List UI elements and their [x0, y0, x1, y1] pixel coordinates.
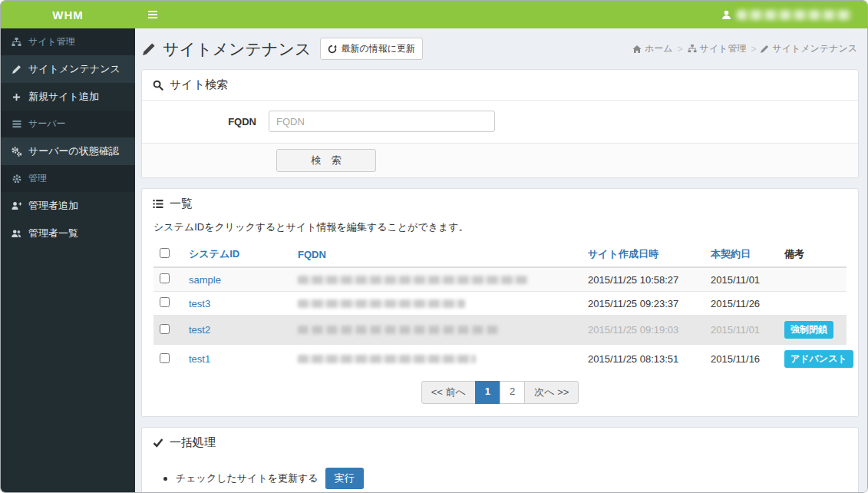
pagination-next[interactable]: 次へ >> — [524, 381, 579, 404]
fqdn-cell — [292, 267, 582, 292]
breadcrumb-label: ホーム — [645, 42, 673, 55]
pagination: << 前へ 1 2 次へ >> — [142, 381, 858, 404]
sidebar-item-server-status[interactable]: サーバーの状態確認 — [1, 137, 135, 165]
site-search-title: サイト検索 — [170, 78, 228, 92]
fqdn-input[interactable] — [269, 111, 495, 132]
sidebar-section-admin: 管理 — [1, 165, 135, 192]
home-icon — [632, 45, 642, 54]
site-list-panel: 一覧 システムIDをクリックするとサイト情報を編集することができます。 システム… — [141, 188, 859, 417]
fqdn-redacted — [298, 355, 476, 363]
table-row: sample 2015/11/25 10:58:27 2015/11/01 — [153, 267, 847, 292]
sidebar-item-label: 管理者一覧 — [28, 227, 78, 240]
column-contract-date[interactable]: 本契約日 — [705, 242, 778, 267]
batch-process-panel: 一括処理 チェックしたサイトを更新する 実行 すべてのサイトを更新する 実行 — [141, 427, 859, 493]
sidebar-item-site-maintenance[interactable]: サイトメンテナンス — [1, 55, 135, 83]
sidebar-item-add-admin[interactable]: 管理者追加 — [1, 192, 135, 220]
breadcrumb-label: サイト管理 — [700, 42, 747, 55]
execute-checked-button[interactable]: 実行 — [325, 468, 364, 489]
fqdn-redacted — [298, 326, 499, 334]
refresh-icon — [328, 45, 337, 54]
pencil-icon — [143, 42, 156, 55]
row-checkbox[interactable] — [160, 273, 170, 283]
remark-cell — [778, 267, 847, 292]
site-table: システムID FQDN サイト作成日時 本契約日 備考 sample 2015/… — [153, 242, 847, 373]
pagination-page-1[interactable]: 1 — [475, 381, 500, 404]
contract-date-cell: 2015/11/26 — [705, 292, 778, 316]
sidebar-item-label: サーバーの状態確認 — [28, 144, 119, 158]
breadcrumb: ホーム > サイト管理 > サイトメンテナンス — [632, 42, 857, 55]
sidebar-section-site-management: サイト管理 — [1, 28, 135, 55]
refresh-button-label: 最新の情報に更新 — [341, 42, 415, 55]
sidebar-item-label: サイト管理 — [28, 35, 75, 48]
remark-cell — [778, 292, 847, 316]
created-at-cell: 2015/11/25 10:58:27 — [582, 267, 705, 292]
batch-process-heading: 一括処理 — [142, 428, 858, 458]
sidebar: サイト管理 サイトメンテナンス 新規サイト追加 サーバー サーバーの状態確認 — [1, 28, 135, 492]
table-row: test3 2015/11/25 09:23:37 2015/11/26 — [153, 292, 847, 316]
row-checkbox[interactable] — [160, 297, 170, 307]
column-fqdn[interactable]: FQDN — [292, 242, 582, 267]
page-title-text: サイトメンテナンス — [163, 38, 311, 60]
remark-cell: アドバンスト — [778, 345, 847, 374]
sitemap-icon — [12, 38, 21, 47]
site-list-note: システムIDをクリックするとサイト情報を編集することができます。 — [142, 219, 858, 242]
gears-icon — [12, 147, 21, 157]
batch-action-checked: チェックしたサイトを更新する 実行 — [163, 468, 847, 489]
sidebar-item-label: 管理者追加 — [28, 199, 78, 213]
system-id-link[interactable]: sample — [189, 274, 221, 286]
user-menu[interactable] — [721, 10, 867, 20]
search-button[interactable]: 検 索 — [276, 149, 376, 172]
system-id-link[interactable]: test2 — [189, 324, 210, 336]
breadcrumb-site-management[interactable]: サイト管理 — [688, 42, 747, 55]
select-all-checkbox[interactable] — [160, 248, 170, 258]
row-checkbox[interactable] — [160, 353, 170, 363]
plus-icon — [12, 93, 21, 101]
search-icon — [153, 80, 163, 91]
gear-icon — [12, 174, 21, 184]
fqdn-label: FQDN — [153, 116, 269, 127]
batch-action-label: チェックしたサイトを更新する — [176, 471, 318, 485]
breadcrumb-separator: > — [678, 44, 683, 55]
column-created-at[interactable]: サイト作成日時 — [582, 242, 705, 267]
fqdn-cell — [292, 292, 582, 316]
site-list-title: 一覧 — [170, 197, 193, 211]
table-row: test1 2015/11/25 08:13:51 2015/11/16 アドバ… — [153, 345, 847, 374]
fqdn-form-row: FQDN — [142, 101, 858, 143]
content-header: サイトメンテナンス 最新の情報に更新 ホーム > — [143, 38, 857, 60]
sitemap-icon — [688, 45, 697, 53]
list-icon — [153, 199, 163, 209]
pagination-prev[interactable]: << 前へ — [421, 381, 476, 404]
main-content: サイトメンテナンス 最新の情報に更新 ホーム > — [135, 28, 867, 493]
created-at-cell: 2015/11/25 09:19:03 — [582, 316, 705, 345]
fqdn-redacted — [298, 276, 528, 284]
remark-cell: 強制閉鎖 — [778, 316, 847, 345]
row-checkbox[interactable] — [160, 324, 170, 334]
bullet-icon — [163, 477, 167, 481]
sidebar-item-label: サイトメンテナンス — [28, 62, 120, 76]
column-system-id[interactable]: システムID — [183, 242, 292, 267]
page-title: サイトメンテナンス — [143, 38, 311, 60]
pencil-icon — [761, 45, 769, 53]
sidebar-toggle-button[interactable] — [135, 10, 170, 19]
site-search-panel: サイト検索 FQDN 検 索 — [141, 69, 859, 178]
sidebar-item-label: 新規サイト追加 — [28, 90, 99, 104]
username-redacted — [737, 10, 852, 20]
user-plus-icon — [12, 201, 21, 210]
system-id-link[interactable]: test1 — [189, 353, 210, 365]
whm-window: WHM サイト管理 サイトメンテナンス — [0, 0, 868, 493]
row-select-cell — [153, 345, 183, 374]
pagination-page-2[interactable]: 2 — [500, 381, 525, 404]
created-at-cell: 2015/11/25 08:13:51 — [582, 345, 705, 374]
refresh-button[interactable]: 最新の情報に更新 — [320, 38, 423, 60]
system-id-link[interactable]: test3 — [189, 298, 210, 309]
check-icon — [153, 438, 163, 448]
sidebar-item-admin-list[interactable]: 管理者一覧 — [1, 220, 135, 247]
breadcrumb-separator: > — [751, 44, 756, 55]
site-search-heading: サイト検索 — [142, 70, 858, 101]
fqdn-cell — [292, 345, 582, 374]
site-list-heading: 一覧 — [142, 189, 858, 219]
breadcrumb-home[interactable]: ホーム — [632, 42, 673, 55]
table-row: test2 2015/11/25 09:19:03 2015/11/01 強制閉… — [153, 316, 847, 345]
brand-logo[interactable]: WHM — [1, 8, 135, 22]
sidebar-item-add-new-site[interactable]: 新規サイト追加 — [1, 83, 135, 111]
